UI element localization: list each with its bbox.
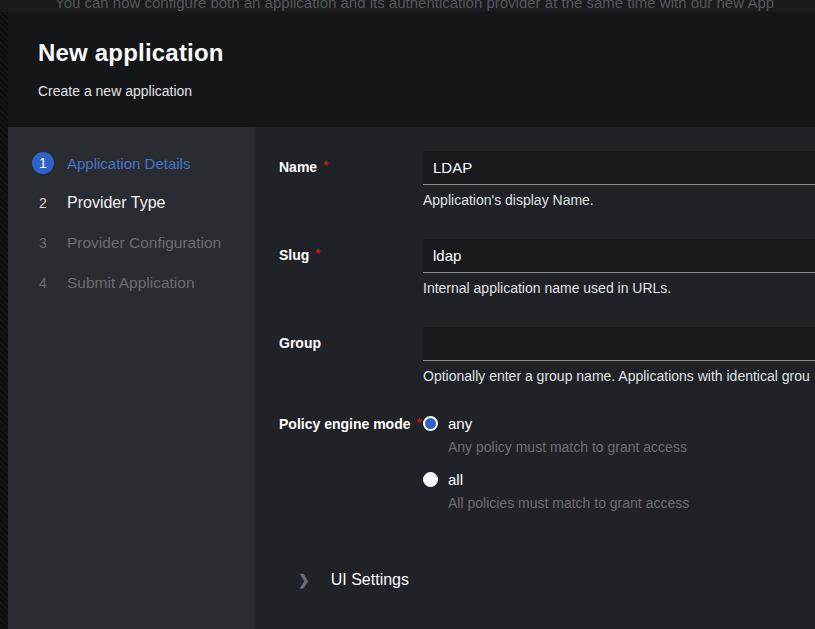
step-label: Application Details (67, 155, 190, 172)
modal-title: New application (38, 39, 815, 67)
radio-checked-icon[interactable] (423, 416, 438, 431)
group-field-control: Optionally enter a group name. Applicati… (423, 327, 815, 384)
step-number: 2 (32, 192, 54, 214)
slug-label: Slug* (279, 239, 423, 296)
step-label: Provider Type (67, 194, 165, 212)
radio-unchecked-icon[interactable] (423, 472, 438, 487)
step-number: 4 (32, 272, 54, 294)
slug-help-text: Internal application name used in URLs. (423, 280, 815, 296)
policy-engine-mode-label: Policy engine mode* (279, 415, 423, 527)
name-input[interactable] (423, 151, 815, 185)
required-asterisk: * (416, 415, 421, 430)
name-field-control: Application's display Name. (423, 151, 815, 208)
step-number-badge: 1 (32, 152, 54, 174)
group-label-text: Group (279, 335, 321, 351)
name-help-text: Application's display Name. (423, 192, 815, 208)
step-label: Provider Configuration (67, 234, 221, 252)
step-application-details[interactable]: 1 Application Details (8, 143, 255, 183)
ui-settings-expander[interactable]: ❯ UI Settings (279, 571, 815, 589)
new-application-modal: New application Create a new application… (8, 12, 815, 629)
policy-engine-mode-row: Policy engine mode* any Any policy must … (279, 415, 815, 527)
step-label: Submit Application (67, 274, 195, 292)
radio-option-any[interactable]: any (423, 415, 815, 432)
step-submit-application[interactable]: 4 Submit Application (8, 263, 255, 303)
step-number: 3 (32, 232, 54, 254)
notification-banner: You can now configure both an applicatio… (0, 0, 815, 12)
name-label: Name* (279, 151, 423, 208)
policy-engine-mode-label-text: Policy engine mode (279, 416, 410, 432)
application-details-form: Name* Application's display Name. Slug* … (255, 127, 815, 629)
group-input[interactable] (423, 327, 815, 361)
required-asterisk: * (323, 158, 328, 173)
required-asterisk: * (315, 246, 320, 261)
slug-label-text: Slug (279, 247, 309, 263)
name-label-text: Name (279, 159, 317, 175)
modal-body: 1 Application Details 2 Provider Type 3 … (8, 127, 815, 629)
radio-any-help: Any policy must match to grant access (448, 439, 815, 455)
name-field-row: Name* Application's display Name. (279, 151, 815, 208)
slug-field-row: Slug* Internal application name used in … (279, 239, 815, 296)
step-provider-type[interactable]: 2 Provider Type (8, 183, 255, 223)
radio-all-help: All policies must match to grant access (448, 495, 815, 511)
radio-option-all[interactable]: all (423, 471, 815, 488)
slug-input[interactable] (423, 239, 815, 273)
banner-text: You can now configure both an applicatio… (55, 0, 774, 11)
group-label: Group (279, 327, 423, 384)
modal-subtitle: Create a new application (38, 83, 815, 99)
modal-header: New application Create a new application (8, 12, 815, 127)
radio-all-label: all (448, 471, 463, 488)
step-provider-configuration[interactable]: 3 Provider Configuration (8, 223, 255, 263)
ui-settings-label: UI Settings (331, 571, 409, 589)
group-help-text: Optionally enter a group name. Applicati… (423, 368, 815, 384)
slug-field-control: Internal application name used in URLs. (423, 239, 815, 296)
chevron-right-icon: ❯ (298, 573, 310, 587)
policy-engine-mode-options: any Any policy must match to grant acces… (423, 415, 815, 527)
group-field-row: Group Optionally enter a group name. App… (279, 327, 815, 384)
wizard-steps-sidebar: 1 Application Details 2 Provider Type 3 … (8, 127, 255, 629)
radio-any-label: any (448, 415, 472, 432)
